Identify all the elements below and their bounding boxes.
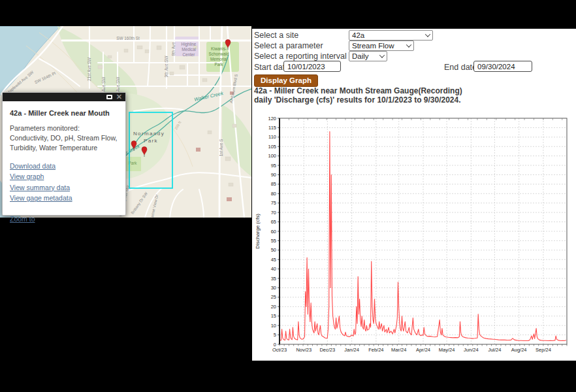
- page: { "form": { "site_label": "Select a site…: [0, 0, 576, 392]
- popup-link-view-gage-metadata[interactable]: View gage metadata: [10, 193, 118, 204]
- map-label-park: Park: [144, 138, 158, 144]
- ytick-label: 100: [268, 153, 276, 159]
- start-date-value: 10/01/2023: [287, 63, 325, 71]
- xtick-label: Mar/24: [391, 347, 406, 353]
- ytick-label: 60: [271, 229, 276, 235]
- ytick-label: 10: [271, 323, 276, 329]
- ytick-label: 55: [271, 238, 276, 244]
- map-label-medical: Medical: [182, 47, 196, 52]
- ytick-label: 120: [268, 116, 276, 122]
- ytick-label: 5: [274, 332, 276, 338]
- close-icon[interactable]: ✕: [116, 93, 122, 101]
- site-select-label: Select a site: [254, 31, 298, 40]
- map-label-8th-ave: 8th Ave: [171, 42, 176, 56]
- xtick-label: May/24: [439, 347, 455, 353]
- ytick-label: 20: [271, 304, 276, 310]
- ytick-label: 40: [271, 266, 276, 272]
- popup-link-view-summary-data[interactable]: View summary data: [10, 182, 118, 193]
- ytick-label: 65: [271, 219, 276, 225]
- display-graph-button[interactable]: Display Graph: [254, 74, 318, 87]
- popup-title: 42a - Miller Creek near Mouth: [10, 109, 118, 117]
- y-axis-title: Discharge (cfs): [255, 214, 261, 249]
- popup-titlebar: ✕: [3, 93, 125, 101]
- xtick-label: Apr/24: [416, 347, 430, 353]
- interval-select-label: Select a reporting interval: [254, 52, 347, 61]
- popup-body: 42a - Miller Creek near Mouth Parameters…: [3, 101, 125, 224]
- parameter-select-value: Stream Flow: [352, 42, 394, 50]
- gauge-data-panel: Select a site 42a Select a parameter Str…: [252, 29, 576, 361]
- parameter-select[interactable]: Stream Flow: [349, 41, 414, 51]
- map-label-kiwanis-: Kiwanis-: [211, 46, 227, 51]
- ytick-label: 105: [268, 144, 276, 150]
- start-date-input[interactable]: 10/01/2023: [283, 61, 341, 72]
- ytick-label: 35: [271, 276, 276, 282]
- xtick-label: Sep/24: [536, 347, 551, 353]
- ytick-label: 90: [271, 172, 276, 178]
- map-label-9th-ave-sw: 9th Ave SW: [164, 56, 168, 78]
- map-label-sw-160th-st: SW 160th St: [116, 36, 140, 41]
- map-label-park: Park: [215, 62, 224, 67]
- graph-title-line1: 42a - Miller Creek near Mouth Stream Gau…: [254, 86, 462, 95]
- chevron-down-icon: [406, 42, 411, 47]
- chevron-down-icon: [379, 52, 385, 57]
- chevron-down-icon: [425, 31, 430, 37]
- popup-link-view-graph[interactable]: View graph: [10, 171, 118, 182]
- graph-title-line2: daily 'Discharge (cfs)' results for 10/1…: [254, 95, 461, 105]
- site-select-value: 42a: [352, 31, 364, 39]
- map-label-highline: Highline: [182, 42, 197, 47]
- ytick-label: 115: [268, 125, 276, 131]
- xtick-label: Jan/24: [344, 347, 359, 353]
- discharge-chart: 0510152025303540455055606570758085909510…: [253, 106, 575, 361]
- map-label-1st-ave-s: 1st Ave S: [219, 139, 223, 157]
- interval-select-value: Daily: [352, 52, 369, 60]
- ytick-label: 70: [271, 210, 276, 216]
- interval-select[interactable]: Daily: [349, 51, 387, 61]
- map-label-21st-ave-sw: 21st Ave SW: [87, 57, 91, 81]
- ytick-label: 85: [271, 181, 276, 187]
- ytick-label: 45: [271, 257, 276, 263]
- xtick-label: Jun/24: [464, 347, 479, 353]
- map-label-normandy: Normandy: [133, 131, 165, 137]
- xtick-label: Jul/24: [488, 347, 501, 353]
- popup-parameters-text: Parameters monitored: Conductivity, DO, …: [10, 123, 118, 154]
- xtick-label: Dec/23: [319, 347, 335, 353]
- popup-link-download-data[interactable]: Download data: [10, 161, 118, 172]
- parameter-select-label: Select a parameter: [254, 41, 323, 50]
- ytick-label: 95: [271, 163, 276, 169]
- xtick-label: Feb/24: [368, 347, 383, 353]
- map-label-center: Center: [183, 52, 195, 57]
- xtick-label: Oct/23: [272, 347, 287, 353]
- end-date-value: 09/30/2024: [477, 63, 515, 71]
- ytick-label: 80: [271, 191, 276, 197]
- maximize-icon[interactable]: [106, 95, 112, 99]
- map-label-memorial: Memorial: [210, 57, 227, 61]
- xtick-label: Nov/23: [296, 347, 312, 353]
- ytick-label: 50: [271, 247, 276, 253]
- ytick-label: 75: [271, 200, 276, 206]
- ytick-label: 15: [271, 313, 276, 319]
- map-label-schonwald: Schonwald: [209, 52, 229, 56]
- ytick-label: 25: [271, 294, 276, 300]
- xtick-label: Aug/24: [511, 347, 527, 353]
- site-select[interactable]: 42a: [349, 30, 433, 41]
- end-date-input[interactable]: 09/30/2024: [473, 61, 532, 72]
- popup-links: Download dataView graphView summary data…: [10, 161, 118, 204]
- ytick-label: 110: [268, 134, 276, 140]
- zoom-to-link[interactable]: Zoom to: [10, 215, 35, 223]
- map-popup: ✕ 42a - Miller Creek near Mouth Paramete…: [2, 92, 126, 216]
- popup-zoom-row: Zoom to: [10, 212, 118, 224]
- ytick-label: 30: [271, 285, 276, 291]
- end-date-label: End date: [444, 63, 477, 72]
